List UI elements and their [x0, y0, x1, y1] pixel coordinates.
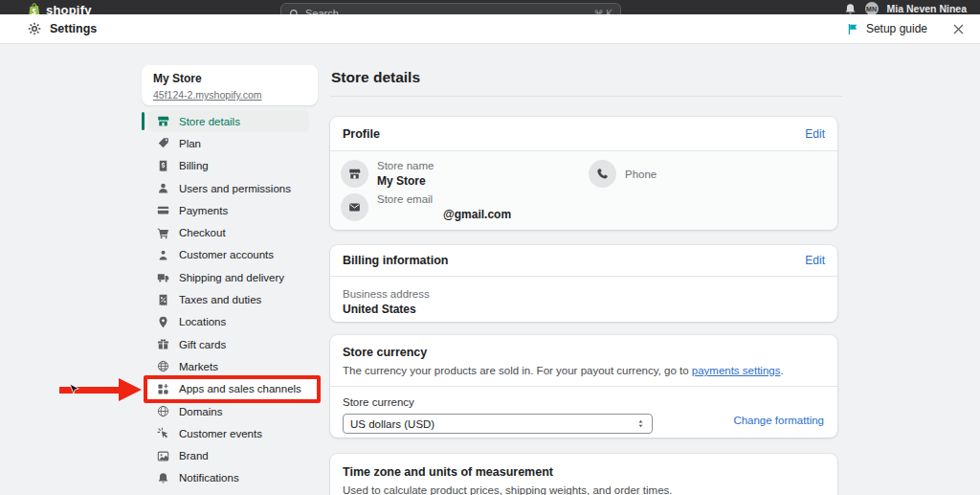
divider [330, 96, 842, 97]
brand-icon [156, 449, 170, 463]
checkout-icon [156, 226, 170, 240]
sidebar-item-label: Payments [179, 205, 228, 216]
business-address-value: United States [343, 303, 825, 316]
payments-settings-link[interactable]: payments settings [692, 365, 781, 376]
store-email-label: Store email [377, 193, 511, 205]
timezone-card-title: Time zone and units of measurement [343, 465, 825, 479]
search-placeholder: Search [305, 8, 339, 14]
phone-label: Phone [625, 169, 657, 180]
store-name-label: Store name [377, 160, 434, 171]
profile-edit-button[interactable]: Edit [805, 127, 825, 141]
sidebar-item-store-details[interactable]: Store details [148, 110, 309, 132]
shipping-icon [156, 270, 170, 284]
customer-events-icon [156, 426, 170, 440]
apps-icon [156, 382, 170, 396]
sidebar-item-users-and-permissions[interactable]: Users and permissions [148, 177, 309, 199]
taxes-icon [156, 293, 170, 307]
flag-icon [847, 23, 859, 35]
sidebar-item-label: Notifications [179, 472, 239, 484]
currency-desc-period: . [780, 365, 783, 376]
avatar[interactable]: MN [865, 2, 879, 14]
timezone-card: Time zone and units of measurement Used … [330, 454, 837, 495]
settings-header: Settings Setup guide [0, 14, 980, 44]
shopify-wordmark: shopify [46, 3, 92, 14]
sidebar-item-label: Apps and sales channels [179, 383, 301, 394]
store-identity-card: My Store 45f124-2.myshopify.com [142, 65, 318, 105]
sidebar-item-gift-cards[interactable]: Gift cards [148, 333, 309, 355]
billing-icon [156, 159, 170, 173]
store-name-field: Store name My Store [341, 160, 434, 188]
active-indicator [142, 112, 145, 130]
sidebar-item-taxes-and-duties[interactable]: Taxes and duties [148, 288, 309, 310]
store-email-value: @gmail.com [377, 208, 511, 221]
store-name-value: My Store [377, 174, 434, 188]
sidebar-item-markets[interactable]: Markets [148, 355, 309, 377]
profile-card-title: Profile [343, 127, 380, 141]
global-search-input[interactable]: Search ⌘ K [280, 3, 621, 14]
plan-icon [156, 136, 170, 150]
settings-nav: Store detailsPlanBillingUsers and permis… [142, 110, 318, 489]
sidebar-item-apps-and-sales-channels[interactable]: Apps and sales channels [148, 378, 309, 400]
sidebar-item-payments[interactable]: Payments [148, 199, 309, 221]
timezone-card-description: Used to calculate product prices, shippi… [343, 484, 825, 495]
sidebar-item-checkout[interactable]: Checkout [148, 221, 309, 243]
billing-edit-button[interactable]: Edit [805, 254, 825, 267]
admin-topbar: shopify Search ⌘ K MN Mia Neven Ninea [0, 0, 980, 14]
sidebar-item-label: Customer accounts [179, 249, 274, 260]
change-formatting-link[interactable]: Change formatting [733, 415, 824, 426]
sidebar-item-plan[interactable]: Plan [148, 132, 309, 154]
store-email-field: Store email @gmail.com [341, 193, 511, 221]
sidebar-item-label: Brand [179, 450, 209, 461]
sidebar-item-customer-events[interactable]: Customer events [148, 422, 309, 444]
store-currency-selected-value: US dollars (USD) [350, 418, 434, 430]
sidebar-item-customer-accounts[interactable]: Customer accounts [148, 244, 309, 266]
locations-icon [156, 315, 170, 329]
settings-title: Settings [50, 22, 97, 35]
sidebar-item-label: Customer events [179, 428, 262, 439]
gear-icon [28, 22, 41, 35]
store-currency-card: Store currency The currency your product… [330, 335, 837, 438]
setup-guide-button[interactable]: Setup guide [847, 22, 927, 35]
setup-guide-label: Setup guide [866, 22, 927, 35]
billing-card-title: Billing information [343, 254, 448, 267]
user-name[interactable]: Mia Neven Ninea [887, 3, 967, 14]
shopify-bag-icon [27, 2, 41, 14]
sidebar-item-billing[interactable]: Billing [148, 155, 309, 177]
search-shortcut-hint: ⌘ K [594, 9, 612, 15]
storefront-icon [156, 114, 170, 128]
page-title: Store details [331, 69, 420, 86]
phone-icon [589, 160, 616, 188]
currency-card-description: The currency your products are sold in. … [343, 365, 825, 376]
close-icon[interactable] [952, 23, 965, 35]
sidebar-item-label: Shipping and delivery [179, 272, 284, 283]
store-domain-link[interactable]: 45f124-2.myshopify.com [153, 89, 262, 101]
sidebar-item-notifications[interactable]: Notifications [148, 467, 309, 489]
profile-card: Profile Edit Store name My Store Phone S… [330, 117, 837, 230]
currency-card-title: Store currency [343, 346, 825, 359]
business-address-label: Business address [343, 288, 825, 300]
notifications-icon [156, 471, 170, 485]
email-icon [341, 193, 368, 221]
currency-desc-text: The currency your products are sold in. … [343, 365, 692, 376]
markets-icon [156, 359, 170, 373]
notifications-bell-icon[interactable] [844, 3, 857, 15]
sidebar-item-label: Store details [179, 116, 240, 127]
gift-icon [156, 337, 170, 351]
sidebar-item-label: Locations [179, 316, 226, 327]
sidebar-item-domains[interactable]: Domains [148, 400, 309, 422]
sidebar-item-label: Gift cards [179, 339, 226, 350]
sidebar-item-locations[interactable]: Locations [148, 311, 309, 333]
sidebar-item-shipping-and-delivery[interactable]: Shipping and delivery [148, 266, 309, 288]
billing-card: Billing information Edit Business addres… [330, 245, 837, 322]
customer-accounts-icon [156, 248, 170, 262]
store-currency-select[interactable]: US dollars (USD) [343, 414, 653, 434]
sidebar-item-label: Markets [179, 361, 218, 372]
select-caret-icon [636, 418, 645, 429]
mouse-cursor [69, 383, 80, 397]
shopify-logo[interactable]: shopify [27, 2, 92, 14]
sidebar-item-label: Domains [179, 406, 222, 417]
sidebar-item-label: Billing [179, 160, 209, 171]
phone-field: Phone [589, 160, 657, 188]
domains-icon [156, 404, 170, 418]
sidebar-item-brand[interactable]: Brand [148, 444, 309, 466]
